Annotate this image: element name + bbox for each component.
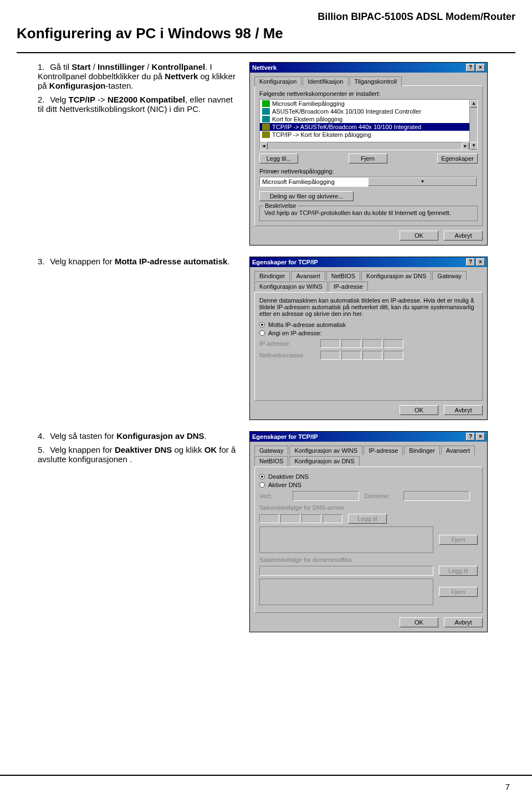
description-group-label: Beskrivelse	[263, 202, 298, 209]
tab-avansert[interactable]: Avansert	[291, 271, 325, 280]
scrollbar-horizontal[interactable]: ◄►	[260, 142, 469, 150]
ip-address-label: IP-adresse:	[259, 340, 315, 347]
add-dns-button: Legg til	[348, 514, 387, 524]
primary-logon-combo[interactable]: Microsoft Familiepålogging ▼	[259, 177, 478, 187]
cancel-button[interactable]: Avbryt	[444, 405, 483, 415]
close-icon[interactable]: ×	[476, 258, 485, 266]
protocol-icon	[262, 124, 270, 130]
cancel-button[interactable]: Avbryt	[444, 231, 483, 241]
scrollbar-vertical[interactable]: ▲▼	[469, 100, 477, 150]
tab-gateway[interactable]: Gateway	[432, 271, 466, 280]
tab-bindinger[interactable]: Bindinger	[254, 271, 290, 280]
instructions-block-3: 4. Velg så tasten for Konfigurasjon av D…	[17, 431, 249, 632]
primary-logon-label: Primær nettverkspålogging:	[259, 168, 478, 175]
help-icon[interactable]: ?	[466, 433, 475, 441]
domain-input	[403, 491, 470, 501]
add-button[interactable]: Legg til...	[259, 154, 298, 163]
dialog1-title: Nettverk	[252, 64, 465, 71]
tab-wins-config[interactable]: Konfigurasjon av WINS	[289, 446, 362, 455]
add-suffix-button: Legg til	[439, 566, 478, 576]
tab-ip-adresse[interactable]: IP-adresse	[364, 446, 403, 455]
host-label: Vert:	[259, 493, 287, 499]
ip-address-input	[320, 339, 403, 348]
radio-dot-off-icon	[259, 482, 265, 488]
host-input	[293, 491, 359, 501]
suffix-search-order-label: Søkerekkefølge for domenesuffiks	[259, 556, 478, 563]
radio-dot-on-icon	[259, 322, 265, 328]
domain-label: Domene:	[365, 493, 398, 499]
instructions-block-2: 3. Velg knappen for Motta IP-adresse aut…	[17, 257, 249, 420]
remove-dns-button: Fjern	[439, 535, 478, 545]
close-icon[interactable]: ×	[476, 64, 485, 71]
components-label: Følgende nettverkskomponenter er install…	[259, 90, 478, 97]
tab-gateway[interactable]: Gateway	[254, 446, 288, 455]
dns-server-list	[259, 526, 433, 553]
remove-button[interactable]: Fjern	[349, 154, 387, 163]
components-listbox[interactable]: Microsoft Familiepålogging ASUSTeK/Broad…	[259, 99, 478, 150]
adapter-icon	[262, 108, 270, 115]
radio-disable-dns[interactable]: Deaktiver DNS	[259, 473, 478, 480]
subnet-mask-label: Nettverksmaske:	[259, 352, 315, 359]
title-divider	[17, 52, 515, 53]
tab-netbios[interactable]: NetBIOS	[254, 456, 288, 466]
radio-dot-off-icon	[259, 330, 265, 336]
dialog-tcpip-ipaddress: Egenskaper for TCP/IP ? × Bindinger Avan…	[249, 257, 488, 420]
dialog3-title: Egenskaper for TCP/IP	[252, 433, 465, 440]
suffix-input	[259, 566, 433, 576]
dialog-nettverk: Nettverk ? × Konfigurasjon Identifikasjo…	[249, 62, 488, 245]
tab-dns-config[interactable]: Konfigurasjon av DNS	[289, 456, 359, 466]
tab-identifikasjon[interactable]: Identifikasjon	[303, 76, 348, 86]
tab-ip-adresse[interactable]: IP-adresse	[329, 282, 368, 291]
ok-button[interactable]: OK	[400, 405, 438, 415]
tab-tilgangskontroll[interactable]: Tilgangskontroll	[350, 76, 402, 86]
properties-button[interactable]: Egenskaper	[437, 154, 478, 163]
tab-avansert[interactable]: Avansert	[441, 446, 475, 455]
tab-wins-config[interactable]: Konfigurasjon av WINS	[254, 282, 328, 291]
cancel-button[interactable]: Avbryt	[444, 617, 483, 627]
protocol-icon	[262, 131, 270, 138]
tab-bindinger[interactable]: Bindinger	[404, 446, 439, 455]
help-icon[interactable]: ?	[466, 64, 475, 71]
chevron-down-icon[interactable]: ▼	[368, 177, 477, 186]
radio-enable-dns[interactable]: Aktiver DNS	[259, 482, 478, 488]
radio-specify-ip[interactable]: Angi en IP-adresse:	[259, 330, 478, 336]
dialog2-title: Egenskaper for TCP/IP	[252, 259, 465, 265]
dns-server-input	[259, 514, 342, 523]
description-text: Ved hjelp av TCP/IP-protokollen kan du k…	[264, 209, 473, 216]
radio-dot-on-icon	[259, 474, 265, 479]
help-icon[interactable]: ?	[466, 258, 475, 266]
page-number: 7	[505, 782, 510, 791]
client-icon	[262, 100, 270, 107]
file-print-sharing-button[interactable]: Deling av filer og skrivere...	[259, 191, 354, 201]
dns-search-order-label: Søkerekkefølge for DNS-server	[259, 504, 478, 511]
instructions-block-1: 1. Gå til Start / Innstillinger / Kontro…	[17, 62, 249, 245]
suffix-list	[259, 579, 433, 605]
doc-header: Billion BIPAC-5100S ADSL Modem/Router	[17, 11, 515, 23]
page-title: Konfigurering av PC i Windows 98 / Me	[17, 25, 515, 42]
remove-suffix-button: Fjern	[439, 587, 478, 597]
ok-button[interactable]: OK	[400, 231, 438, 241]
radio-auto-ip[interactable]: Motta IP-adresse automatisk	[259, 321, 478, 328]
tab-dns-config[interactable]: Konfigurasjon av DNS	[361, 271, 431, 280]
close-icon[interactable]: ×	[476, 433, 485, 441]
subnet-mask-input	[320, 351, 403, 360]
dialog-tcpip-dns: Egenskaper for TCP/IP ? × Gateway Konfig…	[249, 431, 488, 632]
ok-button[interactable]: OK	[400, 617, 438, 627]
tab-netbios[interactable]: NetBIOS	[326, 271, 360, 280]
tab-konfigurasjon[interactable]: Konfigurasjon	[254, 76, 301, 86]
ip-intro-text: Denne datamaskinen kan automatisk tildel…	[259, 297, 478, 317]
adapter-icon	[262, 116, 270, 122]
